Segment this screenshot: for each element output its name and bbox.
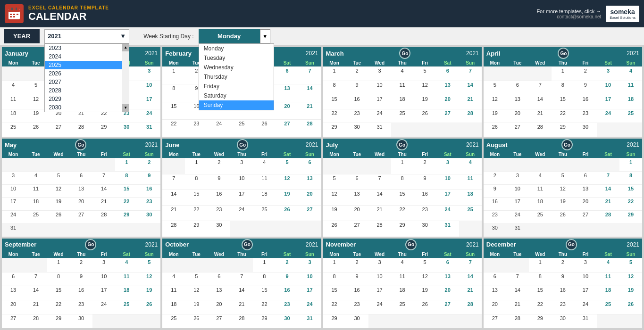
day-cell: 7 bbox=[368, 174, 391, 190]
day-cell: 21 bbox=[597, 197, 619, 210]
day-cell: 22 bbox=[47, 300, 70, 314]
day-cell: 18 bbox=[25, 197, 47, 210]
days-header-june: MonTueWedThuFriSatSun bbox=[162, 151, 321, 158]
day-header-wed: Wed bbox=[47, 151, 70, 158]
week-day-display[interactable]: Monday bbox=[199, 29, 260, 43]
year-option-2024[interactable]: 2024 bbox=[45, 52, 122, 61]
month-header-september: SeptemberGo2021 bbox=[2, 239, 160, 251]
go-button-august[interactable]: Go bbox=[561, 139, 573, 150]
month-name-february: February bbox=[165, 50, 192, 57]
app-header: EXCEL CALENDAR TEMPLATE CALENDAR For mor… bbox=[0, 0, 644, 27]
day-cell: 13 bbox=[484, 286, 506, 300]
day-cell: 10 bbox=[298, 272, 321, 286]
week-dropdown[interactable]: Monday Tuesday Wednesday Thursday Friday… bbox=[199, 43, 274, 110]
month-header-march: MarchGo2021 bbox=[323, 47, 482, 59]
go-button-june[interactable]: Go bbox=[237, 139, 248, 150]
day-cell: 11 bbox=[619, 81, 642, 95]
month-name-october: October bbox=[165, 241, 189, 248]
day-cell: 1 bbox=[162, 66, 185, 84]
month-header-july: JulyGo2021 bbox=[323, 139, 482, 151]
day-header-sun: Sun bbox=[459, 251, 482, 258]
day-cell bbox=[506, 158, 529, 171]
day-cell bbox=[597, 223, 619, 237]
go-button-september[interactable]: Go bbox=[85, 239, 96, 250]
week-option-wednesday[interactable]: Wednesday bbox=[199, 63, 274, 72]
year-display[interactable]: 2021 ▼ bbox=[44, 29, 129, 43]
go-button-november[interactable]: Go bbox=[405, 239, 417, 250]
week-option-thursday[interactable]: Thursday bbox=[199, 72, 274, 82]
year-option-2026[interactable]: 2026 bbox=[45, 69, 122, 78]
year-option-2023[interactable]: 2023 bbox=[45, 44, 122, 52]
day-cell: 3 bbox=[2, 171, 25, 184]
day-header-tue: Tue bbox=[346, 59, 368, 66]
year-option-2030[interactable]: 2030 bbox=[45, 103, 122, 112]
day-cell: 18 bbox=[253, 190, 276, 205]
day-cell: 25 bbox=[2, 123, 25, 137]
week-option-tuesday[interactable]: Tuesday bbox=[199, 53, 274, 63]
go-button-march[interactable]: Go bbox=[399, 48, 410, 59]
year-option-2029[interactable]: 2029 bbox=[45, 95, 122, 103]
day-cell: 20 bbox=[70, 197, 92, 210]
day-header-mon: Mon bbox=[323, 251, 346, 258]
day-cell: 22 bbox=[323, 109, 346, 123]
day-cell bbox=[506, 258, 529, 272]
day-header-mon: Mon bbox=[2, 251, 25, 258]
week-option-friday[interactable]: Friday bbox=[199, 82, 274, 91]
week-option-monday[interactable]: Monday bbox=[199, 44, 274, 53]
day-header-tue: Tue bbox=[25, 151, 47, 158]
day-cell: 24 bbox=[574, 300, 597, 314]
day-cell: 9 bbox=[346, 81, 368, 95]
month-block-april: AprilGo2021MonTueWedThuFriSatSun12345678… bbox=[484, 47, 642, 137]
week-dropdown-arrow[interactable]: ▼ bbox=[260, 29, 270, 43]
year-option-2028[interactable]: 2028 bbox=[45, 86, 122, 95]
day-cell: 15 bbox=[552, 95, 574, 109]
scroll-up-btn[interactable]: ▲ bbox=[122, 44, 129, 51]
go-button-october[interactable]: Go bbox=[242, 239, 253, 250]
day-cell: 23 bbox=[346, 300, 368, 314]
scroll-down-btn[interactable]: ▼ bbox=[122, 104, 129, 112]
day-header-fri: Fri bbox=[574, 59, 597, 66]
month-header-december: DecemberGo2021 bbox=[484, 239, 642, 251]
day-cell: 29 bbox=[47, 314, 70, 328]
go-button-july[interactable]: Go bbox=[396, 139, 408, 150]
week-start-group[interactable]: Monday ▼ Monday Tuesday Wednesday Thursd… bbox=[199, 29, 270, 43]
go-button-may[interactable]: Go bbox=[75, 139, 86, 150]
day-cell bbox=[25, 66, 47, 81]
day-cell: 17 bbox=[506, 197, 529, 210]
day-cell: 27 bbox=[208, 314, 230, 328]
day-cell: 13 bbox=[506, 95, 529, 109]
day-cell: 9 bbox=[414, 174, 436, 190]
day-cell: 28 bbox=[92, 210, 115, 223]
day-header-tue: Tue bbox=[185, 151, 208, 158]
year-dropdown[interactable]: 2023 2024 2025 2026 2027 2028 2029 2030 … bbox=[44, 43, 129, 112]
year-option-2027[interactable]: 2027 bbox=[45, 78, 122, 86]
day-cell bbox=[70, 158, 92, 171]
svg-rect-2 bbox=[11, 8, 13, 10]
day-cell: 19 bbox=[185, 300, 208, 314]
day-cell: 28 bbox=[459, 109, 482, 123]
day-cell: 10 bbox=[368, 81, 391, 95]
day-cell bbox=[25, 223, 47, 237]
day-header-sun: Sun bbox=[138, 59, 160, 66]
day-cell: 29 bbox=[552, 123, 574, 137]
week-option-saturday[interactable]: Saturday bbox=[199, 91, 274, 100]
day-cell: 28 bbox=[298, 119, 321, 137]
year-select-container[interactable]: 2021 ▼ 2023 2024 2025 2026 2027 2028 202… bbox=[44, 29, 129, 43]
day-cell bbox=[208, 258, 230, 272]
go-button-april[interactable]: Go bbox=[558, 48, 569, 59]
go-button-december[interactable]: Go bbox=[566, 239, 577, 250]
day-cell: 14 bbox=[298, 84, 321, 101]
day-cell: 9 bbox=[484, 184, 506, 198]
day-cell: 29 bbox=[323, 314, 346, 328]
day-cell: 25 bbox=[619, 109, 642, 123]
day-header-sat: Sat bbox=[436, 151, 459, 158]
day-header-sun: Sun bbox=[138, 151, 160, 158]
day-cell: 17 bbox=[436, 190, 459, 205]
days-grid-september: 1234567891011121314151617181920212223242… bbox=[2, 258, 160, 328]
day-cell: 21 bbox=[25, 300, 47, 314]
day-cell: 31 bbox=[574, 314, 597, 328]
year-option-2025[interactable]: 2025 bbox=[45, 61, 122, 69]
day-cell bbox=[459, 123, 482, 137]
week-option-sunday[interactable]: Sunday bbox=[199, 100, 274, 110]
day-cell: 16 bbox=[208, 190, 230, 205]
